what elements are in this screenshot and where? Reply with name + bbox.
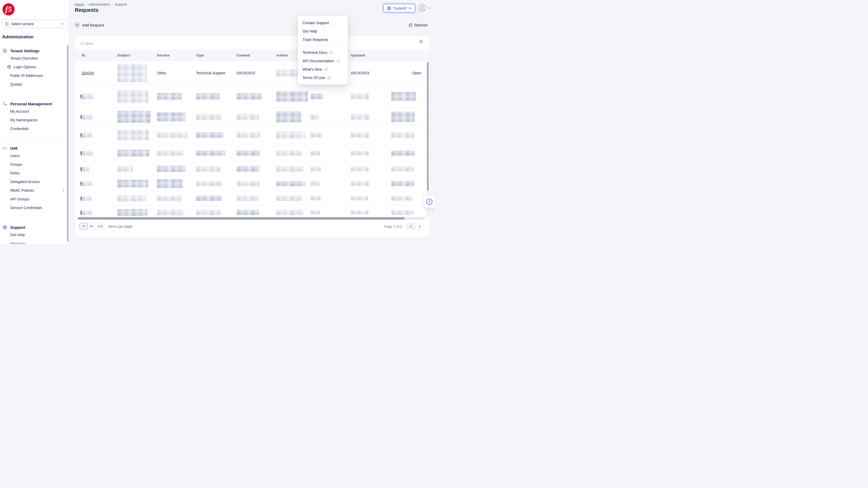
service-selector[interactable]: Select service xyxy=(2,20,67,28)
sidebar-item-users[interactable]: Users xyxy=(0,151,69,160)
section-title: Tenant Settings xyxy=(10,49,39,53)
breadcrumb-home[interactable]: Home xyxy=(75,2,84,6)
sidebar-item-quotas[interactable]: Quotas xyxy=(0,80,69,88)
support-button-label: Support xyxy=(393,6,407,10)
user-menu[interactable] xyxy=(418,4,431,12)
page-size-100[interactable]: 100 xyxy=(95,223,105,230)
redacted-updated xyxy=(351,133,369,138)
redacted-id[interactable] xyxy=(82,210,92,215)
redacted-id[interactable] xyxy=(82,93,94,99)
sidebar-item-credentials[interactable]: Credentials xyxy=(0,124,69,133)
redacted-subject xyxy=(117,130,149,140)
sidebar-item-delegated-access[interactable]: Delegated Access xyxy=(0,177,69,186)
sidebar-item-my-namespaces[interactable]: My Namespaces xyxy=(0,116,69,124)
menu-item-get-help[interactable]: Get Help xyxy=(298,27,348,35)
next-page-button[interactable] xyxy=(415,223,424,230)
support-dropdown-menu: Contact Support Get Help Track Requests … xyxy=(298,16,348,85)
request-id-link[interactable]: 324243 xyxy=(82,71,94,75)
table-row[interactable] xyxy=(75,85,429,108)
table-row[interactable] xyxy=(75,191,429,206)
horizontal-scrollbar-thumb[interactable] xyxy=(78,217,405,220)
redacted-status xyxy=(311,114,318,119)
table-row[interactable] xyxy=(75,108,429,126)
table-row[interactable] xyxy=(75,162,429,176)
redacted-author xyxy=(276,111,301,122)
table-row[interactable] xyxy=(75,126,429,144)
redacted-author xyxy=(276,210,304,215)
avatar-icon xyxy=(418,4,426,12)
vertical-scrollbar[interactable] xyxy=(427,61,429,217)
redacted-action xyxy=(391,150,415,156)
sidebar-item-login-options[interactable]: Login Options xyxy=(0,62,69,71)
redacted-id[interactable] xyxy=(82,181,92,186)
redacted-updated xyxy=(351,114,370,120)
redacted-service xyxy=(157,209,184,216)
redacted-created xyxy=(237,210,259,215)
menu-item-whats-new[interactable]: What's New xyxy=(298,65,348,74)
redacted-updated xyxy=(351,210,369,214)
page-info: Page 1 of 4 xyxy=(384,225,402,229)
redacted-id[interactable] xyxy=(82,151,93,155)
redacted-id[interactable] xyxy=(82,133,93,138)
page-size-selector: 10 50 100 items per page xyxy=(80,223,132,230)
support-menu-button[interactable]: Support xyxy=(383,4,415,12)
redacted-author xyxy=(276,181,305,186)
open-request-link[interactable]: Open xyxy=(412,71,421,75)
refresh-button[interactable]: Refresh xyxy=(408,23,428,27)
grid-icon xyxy=(5,22,9,26)
column-header-created[interactable]: Created xyxy=(237,50,250,61)
pager-nav xyxy=(406,223,424,230)
section-iam: IAM xyxy=(0,145,69,151)
menu-item-technical-docs[interactable]: Technical Docs xyxy=(298,48,348,57)
sidebar-item-tenant-overview[interactable]: Tenant Overview xyxy=(0,54,69,62)
sidebar-item-roles[interactable]: Roles xyxy=(0,169,69,177)
add-request-label: Add Request xyxy=(82,23,104,27)
redacted-id[interactable] xyxy=(82,167,90,171)
column-header-subject[interactable]: Subject xyxy=(117,50,130,61)
redacted-subject xyxy=(117,209,148,216)
sidebar-item-requests[interactable]: Requests xyxy=(0,239,69,244)
iam-key-icon xyxy=(3,146,7,150)
column-header-updated[interactable]: Updated xyxy=(351,50,365,61)
breadcrumb-separator: › xyxy=(112,3,113,6)
menu-item-api-documentation[interactable]: API Documentation xyxy=(298,57,348,65)
redacted-subject xyxy=(117,111,151,123)
help-button[interactable]: ? xyxy=(424,196,434,208)
external-link-icon xyxy=(337,59,340,62)
menu-item-terms-of-use[interactable]: Terms Of Use xyxy=(298,74,348,82)
personal-management-icon xyxy=(3,102,7,106)
sidebar-scrollbar[interactable] xyxy=(67,45,68,241)
sidebar-item-service-credentials[interactable]: Service Credentials xyxy=(0,203,69,212)
menu-item-track-requests[interactable]: Track Requests xyxy=(298,35,348,44)
sidebar-item-api-groups[interactable]: API Groups xyxy=(0,195,69,203)
page-size-50[interactable]: 50 xyxy=(87,223,95,230)
previous-page-button[interactable] xyxy=(406,223,415,230)
table-settings-gear-icon[interactable]: ⚙ xyxy=(419,39,423,44)
column-header-service[interactable]: Service xyxy=(157,50,169,61)
cell-updated: 03/14/2023 xyxy=(351,71,369,75)
redacted-id[interactable] xyxy=(82,114,93,119)
sidebar-item-get-help[interactable]: Get Help xyxy=(0,230,69,239)
sidebar-item-my-account[interactable]: My Account xyxy=(0,107,69,116)
table-row[interactable] xyxy=(75,176,429,191)
external-link-icon xyxy=(324,68,328,71)
column-header-author[interactable]: Author xyxy=(276,50,288,61)
redacted-id[interactable] xyxy=(82,196,92,201)
column-header-id[interactable]: ID xyxy=(82,50,85,61)
table-row[interactable] xyxy=(75,144,429,162)
tenant-settings-icon xyxy=(3,49,7,53)
add-request-button[interactable]: Add Request xyxy=(75,23,104,28)
column-header-type[interactable]: Type xyxy=(196,50,204,61)
horizontal-scrollbar[interactable] xyxy=(78,217,425,220)
redacted-service xyxy=(157,150,184,156)
menu-item-contact-support[interactable]: Contact Support xyxy=(298,19,348,27)
table-row[interactable]: 324243 Other Technical Support 03/14/202… xyxy=(75,61,429,85)
page-size-10[interactable]: 10 xyxy=(80,223,88,230)
sidebar-item-public-ip-addresses[interactable]: Public IP Addresses xyxy=(0,71,69,80)
vertical-scrollbar-thumb[interactable] xyxy=(427,62,429,191)
sidebar-item-groups[interactable]: Groups xyxy=(0,160,69,169)
redacted-service xyxy=(157,196,182,201)
sidebar-item-rbac-policies[interactable]: RBAC Policies xyxy=(0,186,69,195)
lifebuoy-icon xyxy=(387,6,391,10)
table-row[interactable] xyxy=(75,206,429,217)
